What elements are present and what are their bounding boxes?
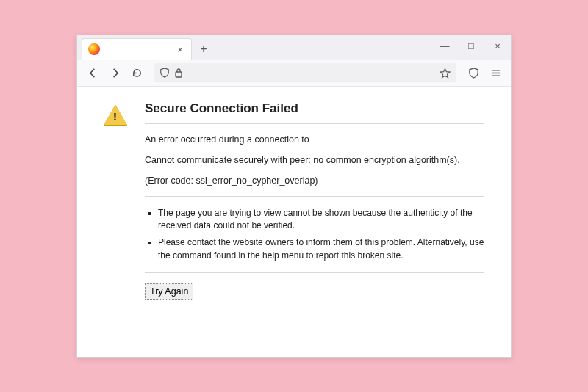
menu-icon [490, 68, 501, 79]
titlebar: × + — □ × [77, 35, 511, 60]
error-line-2: Cannot communicate securely with peer: n… [145, 155, 484, 165]
reload-button[interactable] [127, 63, 146, 82]
error-bullet: The page you are trying to view cannot b… [158, 207, 484, 233]
window-controls: — □ × [431, 35, 511, 57]
protections-button[interactable] [464, 63, 483, 82]
shield-icon [159, 68, 170, 78]
error-bullets: The page you are trying to view cannot b… [145, 207, 484, 263]
error-page: Secure Connection Failed An error occurr… [77, 87, 511, 357]
divider [145, 123, 484, 124]
app-menu-button[interactable] [486, 63, 505, 82]
error-bullet: Please contact the website owners to inf… [158, 236, 484, 262]
urlbar-security [159, 68, 183, 78]
new-tab-button[interactable]: + [195, 40, 212, 58]
url-bar[interactable] [154, 63, 456, 82]
star-icon[interactable] [440, 68, 451, 79]
error-line-1: An error occurred during a connection to [145, 134, 484, 145]
minimize-button[interactable]: — [431, 35, 458, 57]
try-again-button[interactable]: Try Again [145, 283, 193, 300]
lock-icon [174, 68, 183, 78]
shield-outline-icon [468, 68, 479, 79]
reload-icon [132, 68, 143, 79]
close-tab-icon[interactable]: × [175, 44, 185, 54]
forward-icon [110, 68, 121, 79]
svg-rect-0 [176, 72, 182, 77]
forward-button[interactable] [105, 63, 124, 82]
error-code: (Error code: ssl_error_no_cypher_overlap… [145, 175, 484, 186]
error-content: Secure Connection Failed An error occurr… [145, 101, 484, 343]
close-window-button[interactable]: × [484, 35, 511, 57]
firefox-favicon-icon [88, 43, 100, 55]
maximize-button[interactable]: □ [458, 35, 484, 57]
error-title: Secure Connection Failed [145, 101, 484, 116]
navbar [77, 60, 511, 87]
back-button[interactable] [83, 63, 102, 82]
back-icon [87, 68, 98, 79]
divider [145, 196, 484, 197]
warning-column [104, 101, 133, 343]
warning-icon [104, 104, 127, 125]
browser-window: × + — □ × [76, 35, 512, 358]
divider [145, 272, 484, 273]
browser-tab[interactable]: × [82, 38, 192, 60]
